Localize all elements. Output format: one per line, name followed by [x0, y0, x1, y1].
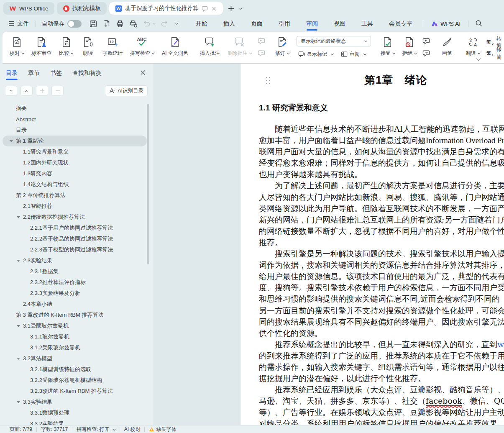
collapse-all-button[interactable] [20, 86, 33, 96]
tab-page[interactable]: 页面 [243, 17, 271, 31]
track-changes-button[interactable]: 修订 [272, 34, 292, 58]
document-text-line[interactable]: 词作为依据，搜索和关键词相关的资源信息并结合排序算法对其排序， [259, 259, 504, 271]
translate-button[interactable]: 文A 翻译 [463, 34, 483, 58]
section-heading[interactable]: 1.1 研究背景和意义 [259, 102, 328, 113]
toc-item[interactable]: 2.2传统数据挖掘推荐算法 [3, 212, 147, 223]
insert-comment-button[interactable]: 插入批注 [197, 34, 223, 58]
document-text-line[interactable]: 等）、广告等行业。在娱乐领域大众点评、豆瓣影视等网站让用户主动 [259, 407, 504, 418]
ai-recognize-toc-button[interactable]: AI识别目录 [105, 85, 148, 96]
toc-item[interactable]: 3.1受限玻尔兹曼机 [3, 320, 147, 331]
markup-state-dropdown[interactable]: 显示标记的最终状态 [297, 36, 371, 46]
toc-item[interactable]: 2.3.3实验结果及分析 [3, 288, 147, 299]
toc-item[interactable]: 3.3实验结果 [3, 397, 147, 407]
missing-font-warning[interactable]: 缺失字体 [145, 426, 180, 433]
toc-item[interactable]: 3.1.1玻尔兹曼机 [3, 331, 147, 342]
next-comment-button[interactable] [256, 48, 266, 58]
toc-item[interactable]: 2.1智能推荐 [3, 201, 147, 212]
document-text-line[interactable]: 度、搜狗等。搜索引擎技术依赖于用户的检索信息，一方面不同用户受 [259, 282, 504, 293]
document-text-line[interactable]: 也用户变得越来越具有挑战。 [259, 169, 504, 180]
collapse-chevron-icon[interactable] [17, 358, 20, 360]
sidebar-scrollbar[interactable] [147, 104, 149, 264]
document-text-line[interactable]: 新兴的网站，门户网站很难汇总互联网上的所有资源;另一方面随着门户 [259, 214, 504, 225]
document-text-line[interactable]: 和思维习惯的影响提供的搜索关键词信息不同,近而会检索得到不同的 [259, 293, 504, 305]
undo-icon[interactable] [143, 20, 151, 28]
document-text-line[interactable]: 随着近些年信息技术的不断进步和AI人工智能的迅速勃起，互联网 [259, 123, 504, 135]
document-text-line[interactable]: 另一方面目前的搜索引擎并不支持对搜索的资源做个性化处理，可能会 [259, 305, 504, 316]
previous-comment-button[interactable] [256, 36, 266, 46]
ai-proofread-button[interactable]: AI 校对 [120, 426, 145, 433]
tab-view[interactable]: 视图 [326, 17, 353, 31]
toc-item[interactable]: 3.3.2实验结果 [3, 418, 147, 425]
document-text-line[interactable]: 类网络资源以此为用户导航。但随着互联网技术的不断发展，一方面产 [259, 203, 504, 214]
toc-item[interactable]: 2.3.2推荐算法评价指标 [3, 277, 147, 288]
tab-tools[interactable]: 工具 [353, 17, 381, 31]
document-text-line[interactable]: 为了解决上述问题，最初产生的解决方案是对信息进行分类，主要 [259, 180, 504, 191]
toc-item[interactable]: 2.3实验结果 [3, 255, 147, 266]
toc-item[interactable]: 2.2.1基于用户的协同过滤推荐算法 [3, 223, 147, 233]
close-tab-icon[interactable] [211, 5, 217, 12]
collapse-chevron-icon[interactable] [17, 216, 20, 218]
document-text-line[interactable]: 对物品分类，系统利用用户的标签信息挖掘用户的偏好改善推荐效果 [259, 418, 504, 425]
tab-insert[interactable]: 插入 [215, 17, 243, 31]
export-pdf-icon[interactable] [102, 20, 111, 28]
tab-wps-office[interactable]: WPS Office [3, 2, 54, 15]
document-text-line[interactable]: 推荐。 [259, 237, 504, 248]
toc-item[interactable]: 3.1.2受限玻尔兹曼机 [3, 342, 147, 353]
tab-home[interactable]: 开始 [188, 17, 215, 31]
document-text-line[interactable]: 马逊、淘宝、天猫、拼多多、京东等）、社交（facebook、微信、QQ、 [259, 395, 504, 407]
toc-item[interactable]: 3.3.1数据预处理 [3, 407, 147, 418]
sidebar-tab-chapters[interactable]: 章节 [28, 64, 40, 82]
doc-chat-icon[interactable] [202, 5, 208, 12]
toc-item[interactable]: 3.2算法模型 [3, 353, 147, 364]
page-indicator[interactable]: 页面: 7/79 [5, 426, 36, 433]
toc-item[interactable]: 2.2.3基于模型的协同过滤推荐算法 [3, 244, 147, 255]
document-text-line[interactable]: 据挖掘用户的潜在偏好，以此进行个性化推荐。 [259, 373, 504, 384]
document-text-line[interactable]: 同的搜索结果展现给具有不同兴趣偏好的终端用户。因此搜索引擎无法 [259, 316, 504, 328]
save-icon[interactable] [89, 20, 97, 28]
ai-polish-button[interactable]: AI 全文润色 [159, 34, 191, 58]
pen-button[interactable]: 画笔 [437, 34, 457, 58]
chapter-title[interactable]: 第1章 绪论 [364, 73, 427, 87]
collapse-chevron-icon[interactable] [17, 401, 20, 403]
close-sidebar-icon[interactable] [140, 69, 146, 76]
show-markup-button[interactable]: 显示标记 [297, 49, 335, 59]
toolbar-more-chevron-icon[interactable] [175, 22, 178, 25]
collapse-chevron-icon[interactable] [17, 325, 20, 327]
next-change-button[interactable] [421, 48, 431, 58]
autosave-toggle[interactable] [67, 20, 82, 28]
wps-ai-button[interactable]: WPS AI [426, 20, 466, 27]
spell-check-button[interactable]: ABC 拼写检查 [127, 34, 157, 58]
previous-change-button[interactable] [421, 36, 431, 46]
new-tab-button[interactable] [228, 5, 234, 12]
document-text-line[interactable]: 供个性化的资源。 [259, 328, 504, 339]
tab-membership[interactable]: 会员专享 [381, 17, 420, 31]
print-icon[interactable] [116, 20, 124, 28]
toc-item[interactable]: 1.2国内外研究现状 [3, 157, 147, 168]
toc-item[interactable]: 3.2.3改进的 K-Item RBM 推荐算法 [3, 386, 147, 397]
document-text-line[interactable]: 愈加丰富，用户面临着日益严峻的信息过载问题Information Overloa… [259, 135, 504, 146]
collapse-chevron-icon[interactable] [10, 140, 13, 142]
tab-docer-templates[interactable]: 找稻壳模板 [57, 2, 107, 15]
toc-item[interactable]: 2.2.2基于物品的协同过滤推荐算法 [3, 233, 147, 244]
delete-comment-button[interactable]: 删除批注 [225, 34, 255, 58]
document-text-line[interactable]: 的需求操作，如输入搜索关键字、组织需求语句等，通常根据用户以往 [259, 361, 504, 373]
document-text-line[interactable]: 推荐系统概念提出的比较早，但其一直未得到深入的研究，直到w [259, 339, 504, 350]
document-text-line[interactable]: 的到来推荐系统得到了广泛的应用。推荐系统的本质在于它不依赖于用 [259, 350, 504, 361]
file-menu-button[interactable]: 文件 [4, 20, 33, 28]
redo-icon[interactable] [160, 20, 169, 28]
tab-list-chevron-icon[interactable] [239, 6, 242, 9]
sidebar-tab-find-replace[interactable]: 查找和替换 [72, 64, 102, 82]
print-preview-icon[interactable] [129, 20, 138, 28]
toc-item[interactable]: 3.2.1模型训练特征的选取 [3, 364, 147, 375]
toc-item[interactable]: 1.3研究内容 [3, 168, 147, 179]
tab-reference[interactable]: 引用 [271, 17, 298, 31]
reject-button[interactable]: 拒绝 [399, 34, 420, 58]
to-traditional-button[interactable]: 简 转繁 [485, 37, 503, 47]
toc-item[interactable]: 摘要 [3, 103, 147, 114]
toc-item[interactable]: 第 2 章传统推荐算法 [3, 190, 147, 201]
toc-item[interactable]: 1.4论文结构与组织 [3, 179, 147, 190]
accept-button[interactable]: 接受 [378, 34, 398, 58]
sidebar-tab-contents[interactable]: 目录 [6, 64, 18, 82]
word-count-indicator[interactable]: 字数: 37717 [37, 426, 72, 433]
document-text-line[interactable]: 给用户最佳的资源信息。该项技术目前使用的最为广泛，典型的代表有 [259, 271, 504, 282]
